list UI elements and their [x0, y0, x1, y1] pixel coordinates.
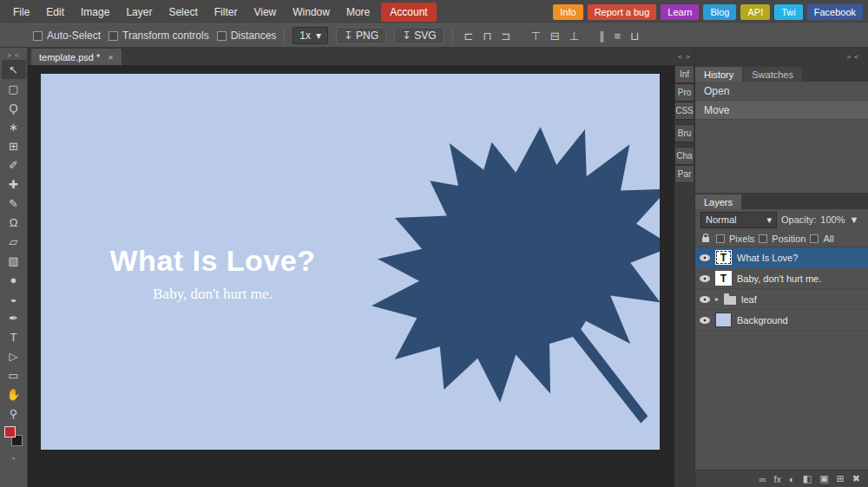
tab-layers[interactable]: Layers: [695, 194, 741, 209]
new-folder-icon[interactable]: ▣: [819, 473, 828, 484]
visibility-eye-icon[interactable]: [700, 296, 710, 303]
image-layer-thumbnail[interactable]: [715, 313, 732, 327]
distances-checkbox[interactable]: Distances: [217, 30, 277, 42]
menu-file[interactable]: File: [5, 3, 37, 22]
menu-view[interactable]: View: [246, 3, 284, 22]
blog-button[interactable]: Blog: [703, 4, 736, 20]
eyedropper-tool[interactable]: ✐: [2, 155, 26, 174]
align-right-icon[interactable]: ⊐: [502, 30, 511, 43]
panel-tab-info[interactable]: Inf: [674, 65, 694, 83]
visibility-eye-icon[interactable]: [700, 317, 710, 324]
history-entry-open[interactable]: Open: [695, 82, 868, 101]
menu-filter[interactable]: Filter: [207, 3, 246, 22]
align-center-horizontal-icon[interactable]: ⊓: [483, 30, 491, 43]
layer-row-what-is-love[interactable]: T What Is Love?: [695, 247, 868, 268]
toolbar-collapse-control[interactable]: > <: [7, 48, 20, 60]
transform-controls-checkbox[interactable]: Transform controls: [108, 30, 209, 42]
checkbox-icon[interactable]: [33, 31, 43, 41]
link-layers-icon[interactable]: ∞: [760, 474, 766, 484]
text-layer-thumbnail[interactable]: T: [715, 271, 732, 286]
panel-tab-css[interactable]: CSS: [674, 102, 694, 120]
api-button[interactable]: API: [740, 4, 770, 20]
distribute-vertical-icon[interactable]: ≡: [615, 30, 621, 43]
opacity-dropdown-icon[interactable]: ▼: [850, 214, 859, 225]
text-layer-thumbnail[interactable]: T: [715, 250, 732, 265]
menu-window[interactable]: Window: [285, 3, 338, 22]
checkbox-icon[interactable]: [108, 31, 118, 41]
panel-tab-paragraph[interactable]: Par: [674, 165, 694, 183]
info-button[interactable]: Info: [553, 4, 582, 20]
distribute-horizontal-icon[interactable]: ∥: [599, 30, 605, 43]
path-select-tool[interactable]: ▷: [2, 346, 26, 365]
close-icon[interactable]: ×: [108, 52, 113, 63]
report-a-bug-button[interactable]: Report a bug: [588, 4, 657, 20]
magic-wand-tool[interactable]: ∗: [2, 117, 26, 136]
tab-swatches[interactable]: Swatches: [743, 67, 802, 82]
menu-edit[interactable]: Edit: [38, 3, 72, 22]
learn-button[interactable]: Learn: [661, 4, 699, 20]
tab-history[interactable]: History: [695, 67, 742, 82]
right-panel-collapse-control[interactable]: > <: [695, 48, 868, 65]
align-bottom-icon[interactable]: ⊥: [569, 30, 579, 43]
lasso-tool[interactable]: Ϙ: [2, 98, 26, 117]
blur-tool[interactable]: ●: [2, 270, 26, 289]
history-entry-move[interactable]: Move: [695, 101, 868, 120]
menu-layer[interactable]: Layer: [118, 3, 160, 22]
layer-row-baby-dont-hurt-me[interactable]: T Baby, don't hurt me.: [695, 268, 868, 289]
visibility-eye-icon[interactable]: [700, 275, 710, 282]
account-button[interactable]: Account: [381, 3, 436, 22]
gradient-tool[interactable]: ▧: [2, 251, 26, 270]
opacity-value[interactable]: 100%: [820, 214, 845, 225]
pack-icon[interactable]: ⊔: [630, 30, 639, 43]
expand-arrow-icon[interactable]: ▸: [715, 295, 719, 303]
lock-pixels-checkbox[interactable]: [716, 234, 725, 243]
export-svg-button[interactable]: ↧ SVG: [394, 27, 444, 44]
panel-expand-control[interactable]: < >: [674, 48, 694, 65]
panel-tab-character[interactable]: Cha: [674, 147, 694, 165]
shape-tool[interactable]: ▭: [2, 365, 26, 385]
document-tab[interactable]: template.psd * ×: [31, 49, 122, 65]
new-layer-icon[interactable]: ⊞: [837, 473, 845, 484]
right-panel-column: > < History Swatches Open Move Layers No…: [694, 48, 868, 487]
hand-tool[interactable]: ✋: [2, 385, 26, 404]
layer-effects-icon[interactable]: fx: [774, 474, 782, 484]
layer-mask-icon[interactable]: ◧: [803, 473, 812, 484]
facebook-button[interactable]: Facebook: [807, 4, 863, 20]
layer-row-leaf[interactable]: ▸ leaf: [695, 289, 868, 310]
twitter-button[interactable]: Twi: [774, 4, 803, 20]
swap-colors-icon[interactable]: ▫: [12, 454, 15, 463]
spot-heal-tool[interactable]: ✚: [2, 174, 26, 194]
color-swatches[interactable]: [1, 424, 27, 452]
panel-tab-properties[interactable]: Pro: [674, 83, 694, 102]
canvas[interactable]: What Is Love? Baby, don't hurt me.: [41, 74, 660, 450]
blend-mode-dropdown[interactable]: Normal ▾: [700, 212, 777, 228]
move-tool[interactable]: ↖: [2, 60, 26, 79]
layer-row-background[interactable]: Background: [695, 310, 868, 331]
eraser-tool[interactable]: ▱: [2, 232, 26, 251]
foreground-color-swatch[interactable]: [4, 426, 16, 438]
panel-tab-brush[interactable]: Bru: [674, 124, 694, 142]
zoom-tool[interactable]: ⚲: [2, 404, 26, 423]
align-middle-icon[interactable]: ⊟: [550, 30, 560, 43]
lock-position-checkbox[interactable]: [759, 234, 767, 243]
brush-tool[interactable]: ✎: [2, 194, 26, 213]
rect-select-tool[interactable]: ▢: [2, 79, 26, 98]
pen-tool[interactable]: ✒: [2, 308, 26, 327]
delete-layer-icon[interactable]: ✖: [852, 473, 860, 484]
visibility-eye-icon[interactable]: [700, 254, 710, 261]
align-left-icon[interactable]: ⊏: [464, 30, 474, 43]
crop-tool[interactable]: ⊞: [2, 136, 26, 155]
export-png-button[interactable]: ↧ PNG: [336, 27, 386, 44]
clone-stamp-tool[interactable]: Ω: [2, 213, 26, 232]
lock-all-checkbox[interactable]: [810, 234, 819, 243]
type-tool[interactable]: T: [2, 327, 26, 346]
auto-select-checkbox[interactable]: Auto-Select: [33, 30, 101, 42]
checkbox-icon[interactable]: [217, 31, 227, 41]
align-top-icon[interactable]: ⊤: [531, 30, 541, 43]
menu-select[interactable]: Select: [161, 3, 205, 22]
dodge-tool[interactable]: ◒: [2, 289, 26, 308]
scale-dropdown[interactable]: 1x ▾: [293, 27, 328, 44]
menu-more[interactable]: More: [339, 3, 378, 22]
adjustment-layer-icon[interactable]: ◐: [789, 474, 795, 484]
menu-image[interactable]: Image: [73, 3, 117, 22]
